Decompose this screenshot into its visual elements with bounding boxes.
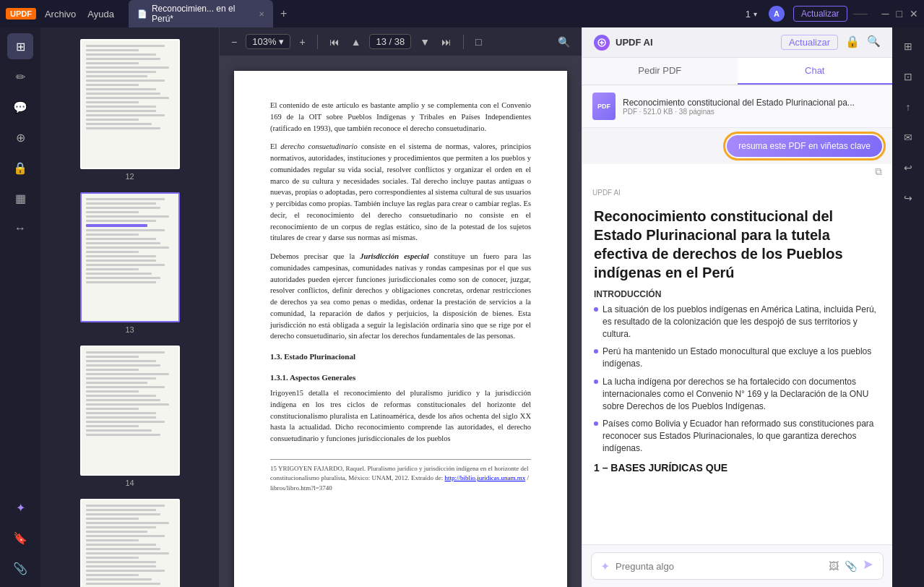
sidebar-icon-comment[interactable]: 💬 xyxy=(7,94,33,120)
right-icon-redo[interactable]: ↪ xyxy=(895,185,921,211)
sidebar-icon-bookmark[interactable]: 🔖 xyxy=(7,525,33,551)
thumbnail-12[interactable]: 12 xyxy=(40,33,219,187)
ai-response-section: INTRODUCCIÓN xyxy=(594,289,881,299)
toolbar-separator-1 xyxy=(317,35,318,49)
ai-input-area: ✦ 🖼 📎 xyxy=(582,544,892,587)
sidebar-icon-form[interactable]: ⊕ xyxy=(7,124,33,150)
thumb-num-13: 13 xyxy=(125,325,134,334)
zoom-in-button[interactable]: + xyxy=(296,35,308,49)
sidebar-icon-organize[interactable]: ▦ xyxy=(7,185,33,211)
tab-close-icon[interactable]: ✕ xyxy=(259,10,264,18)
copy-icon[interactable]: ⧉ xyxy=(875,166,882,178)
section-title-1: 1.3. Estado Plurinacional xyxy=(270,351,531,363)
pdf-area: − 103% ▾ + ⏮ ▲ 13 / 38 ▼ ⏭ □ 🔍 El conten… xyxy=(220,27,582,587)
left-sidebar: ⊞ ✏ 💬 ⊕ 🔒 ▦ ↔ ✦ 🔖 📎 xyxy=(0,27,40,587)
ai-response[interactable]: Reconocimiento constitucional del Estado… xyxy=(582,198,892,544)
thumb-num-14: 14 xyxy=(125,479,134,487)
update-button[interactable]: Actualizar xyxy=(793,6,847,22)
search-button[interactable]: 🔍 xyxy=(555,35,573,49)
right-icon-stamp[interactable]: ⊞ xyxy=(895,33,921,59)
footnote-text: YRIGOYEN FAJARDO, Raquel. Pluralismo jur… xyxy=(270,465,529,492)
main-area: ⊞ ✏ 💬 ⊕ 🔒 ▦ ↔ ✦ 🔖 📎 xyxy=(0,27,924,587)
right-sidebar: ⊞ ⊡ ↑ ✉ ↩ ↪ xyxy=(892,27,924,587)
thumb-img-15 xyxy=(80,499,180,587)
para-2: El derecho consuetudinario consiste en e… xyxy=(270,141,531,244)
tab-document[interactable]: 📄 Reconocimien... en el Perú* ✕ xyxy=(129,0,273,27)
bullet-text-1: La situación de los pueblos indígenas en… xyxy=(603,304,881,340)
bullet-dot-3 xyxy=(594,380,598,384)
ai-bullet-1: La situación de los pueblos indígenas en… xyxy=(594,304,881,340)
suggestion-button[interactable]: resuma este PDF en viñetas clave xyxy=(727,135,882,157)
action-icons-row: ⧉ xyxy=(582,164,892,182)
zoom-out-button[interactable]: − xyxy=(228,35,240,49)
thumbnail-15[interactable]: 15 xyxy=(40,493,219,587)
minimize-button[interactable]: ─ xyxy=(882,8,889,20)
thumbnail-13[interactable]: 13 xyxy=(40,187,219,340)
menu-bar: Archivo Ayuda xyxy=(45,9,114,20)
nav-prev-section-button[interactable]: ▲ xyxy=(348,35,364,49)
thumbnail-panel: 12 xyxy=(40,27,220,587)
ai-input-field[interactable] xyxy=(616,561,823,572)
sidebar-icon-ai[interactable]: ✦ xyxy=(7,494,33,520)
user-avatar[interactable]: A xyxy=(769,6,785,22)
new-tab-button[interactable]: + xyxy=(276,7,291,20)
page-caret-icon[interactable]: ▾ xyxy=(754,10,757,18)
nav-last-button[interactable]: ⏭ xyxy=(439,35,454,49)
bullet-dot-2 xyxy=(594,349,598,354)
ai-response-title: Reconocimiento constitucional del Estado… xyxy=(594,207,881,282)
menu-ayuda[interactable]: Ayuda xyxy=(87,9,114,20)
tab-chat[interactable]: Chat xyxy=(738,58,893,85)
bullet-dot-4 xyxy=(594,421,598,426)
attach-input-icon[interactable]: 📎 xyxy=(845,560,857,572)
ai-response-subtitle: 1 – BASES JURÍDICAS QUE xyxy=(594,462,881,474)
page-indicator: 1 ▾ xyxy=(746,9,757,20)
lock-icon[interactable]: 🔒 xyxy=(845,35,860,50)
page-number: 1 xyxy=(746,9,751,20)
footnote-link[interactable]: http://biblio.juridicas.unam.mx xyxy=(444,474,525,481)
ai-update-button[interactable]: Actualizar xyxy=(781,35,838,50)
search-icon[interactable]: 🔍 xyxy=(867,35,881,50)
tab-ask-pdf[interactable]: Pedir PDF xyxy=(582,58,738,85)
thumb-img-13 xyxy=(80,192,180,322)
ai-tabs: Pedir PDF Chat xyxy=(582,58,892,85)
close-button[interactable]: ✕ xyxy=(910,8,918,20)
maximize-button[interactable]: □ xyxy=(897,8,902,20)
ai-logo-icon xyxy=(594,35,610,51)
pdf-toolbar: − 103% ▾ + ⏮ ▲ 13 / 38 ▼ ⏭ □ 🔍 xyxy=(220,27,582,56)
pdf-page: El contenido de este artículo es bastant… xyxy=(234,71,567,587)
thumb-img-14 xyxy=(80,346,180,476)
sidebar-icon-protect[interactable]: 🔒 xyxy=(7,155,33,181)
file-pages: 38 páginas xyxy=(679,108,714,116)
bullet-text-4: Países como Bolivia y Ecuador han reform… xyxy=(603,418,881,454)
right-icon-undo[interactable]: ↩ xyxy=(895,155,921,181)
nav-first-button[interactable]: ⏮ xyxy=(327,35,342,49)
image-input-icon[interactable]: 🖼 xyxy=(829,560,839,572)
ai-header: UPDF AI Actualizar 🔒 🔍 xyxy=(582,27,892,58)
file-pdf-icon: PDF xyxy=(592,93,616,120)
tab-bar: 📄 Reconocimien... en el Perú* ✕ + xyxy=(129,0,746,27)
send-button[interactable] xyxy=(863,559,874,573)
view-mode-button[interactable]: □ xyxy=(472,35,484,49)
right-icon-share[interactable]: ↑ xyxy=(895,94,921,120)
zoom-caret-icon: ▾ xyxy=(279,36,284,47)
sidebar-icon-thumbnail[interactable]: ⊞ xyxy=(7,33,33,59)
ai-file-details: Reconocimiento constitucional del Estado… xyxy=(623,98,882,116)
ai-bullet-2: Perú ha mantenido un Estado monocultural… xyxy=(594,346,881,370)
ai-response-label: UPDF AI xyxy=(592,189,621,197)
sidebar-icon-attach[interactable]: 📎 xyxy=(7,555,33,581)
zoom-display[interactable]: 103% ▾ xyxy=(246,34,290,49)
right-icon-extract[interactable]: ⊡ xyxy=(895,64,921,90)
app-logo: UPDF xyxy=(6,8,36,20)
thumb-num-12: 12 xyxy=(125,172,134,181)
sidebar-icon-edit[interactable]: ✏ xyxy=(7,64,33,90)
right-icon-mail[interactable]: ✉ xyxy=(895,124,921,150)
menu-archivo[interactable]: Archivo xyxy=(45,9,76,20)
thumbnail-14[interactable]: 14 xyxy=(40,340,219,493)
titlebar: UPDF Archivo Ayuda 📄 Reconocimien... en … xyxy=(0,0,924,27)
window-controls: ─ □ ✕ xyxy=(882,8,918,20)
sidebar-icon-convert[interactable]: ↔ xyxy=(7,215,33,241)
file-size: 521.0 KB xyxy=(643,108,673,116)
page-nav-display: 13 / 38 xyxy=(369,34,411,49)
page-nav-text: 13 / 38 xyxy=(376,36,405,47)
nav-next-section-button[interactable]: ▼ xyxy=(417,35,433,49)
